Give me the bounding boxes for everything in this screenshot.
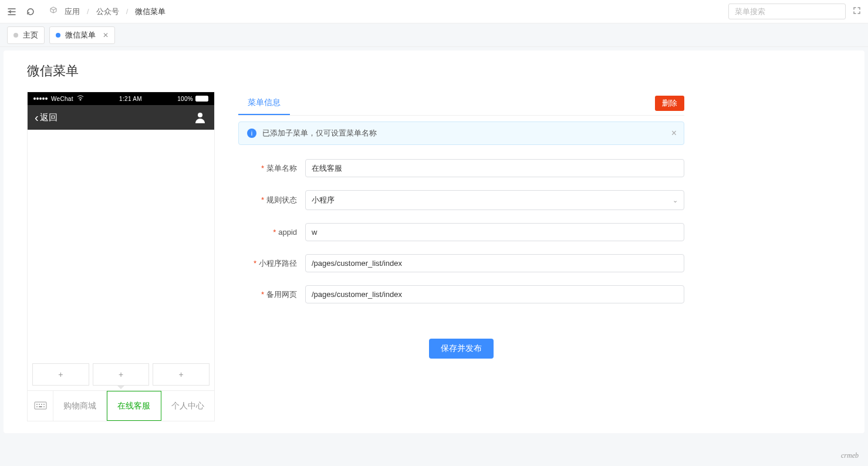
add-submenu-2[interactable]: + bbox=[93, 363, 150, 386]
tab-dot-icon bbox=[56, 33, 60, 38]
add-submenu-3[interactable]: + bbox=[153, 363, 210, 386]
time-label: 1:21 AM bbox=[119, 96, 142, 102]
phone-bottom-menu: 购物商城 在线客服 个人中心 bbox=[28, 390, 214, 421]
profile-icon[interactable] bbox=[193, 110, 207, 124]
form-tab[interactable]: 菜单信息 bbox=[238, 92, 290, 115]
menu-toggle-icon[interactable] bbox=[7, 7, 16, 16]
svg-point-5 bbox=[43, 404, 45, 405]
form-panel: 菜单信息 删除 i 已添加子菜单，仅可设置菜单名称 × *菜单名称 *规则状态 … bbox=[238, 92, 684, 421]
form-row-name: *菜单名称 bbox=[238, 159, 684, 177]
info-text: 已添加子菜单，仅可设置菜单名称 bbox=[262, 128, 377, 139]
submit-row: 保存并发布 bbox=[238, 339, 684, 359]
phone-preview: WeChat 1:21 AM 100% ‹ 返回 bbox=[27, 92, 215, 421]
carrier-label: WeChat bbox=[51, 96, 73, 102]
breadcrumb: 应用 / 公众号 / 微信菜单 bbox=[49, 6, 166, 17]
breadcrumb-item[interactable]: 公众号 bbox=[96, 6, 119, 17]
breadcrumb-current: 微信菜单 bbox=[135, 6, 166, 17]
input-appid[interactable] bbox=[305, 223, 684, 241]
close-icon[interactable]: × bbox=[671, 128, 677, 139]
svg-point-0 bbox=[198, 113, 202, 117]
tab-home[interactable]: 主页 bbox=[7, 26, 45, 44]
label-fallback: *备用网页 bbox=[238, 289, 297, 300]
back-button[interactable]: ‹ 返回 bbox=[35, 111, 58, 124]
save-publish-button[interactable]: 保存并发布 bbox=[429, 339, 494, 359]
form-row-path: *小程序路径 bbox=[238, 254, 684, 272]
svg-point-2 bbox=[36, 404, 38, 405]
app-header: 应用 / 公众号 / 微信菜单 bbox=[0, 0, 868, 23]
form-row-appid: *appid bbox=[238, 223, 684, 241]
tab-wechat-menu[interactable]: 微信菜单 ✕ bbox=[49, 26, 115, 44]
breadcrumb-item[interactable]: 应用 bbox=[65, 6, 80, 17]
battery-label: 100% bbox=[177, 96, 193, 102]
select-status[interactable]: 小程序 ⌄ bbox=[305, 190, 684, 210]
info-alert: i 已添加子菜单，仅可设置菜单名称 × bbox=[238, 121, 684, 145]
wifi-icon bbox=[77, 95, 84, 102]
keyboard-icon[interactable] bbox=[28, 391, 53, 421]
pointer-icon bbox=[117, 385, 125, 389]
delete-button[interactable]: 删除 bbox=[655, 96, 684, 111]
svg-point-4 bbox=[41, 404, 42, 405]
input-path[interactable] bbox=[305, 254, 684, 272]
fullscreen-icon[interactable] bbox=[853, 6, 861, 16]
back-label: 返回 bbox=[40, 112, 58, 123]
tab-label: 主页 bbox=[23, 30, 38, 40]
page-container: 微信菜单 WeChat 1:21 AM 100% bbox=[4, 50, 864, 433]
form-row-fallback: *备用网页 bbox=[238, 285, 684, 303]
refresh-icon[interactable] bbox=[26, 7, 35, 16]
add-submenu-1[interactable]: + bbox=[32, 363, 89, 386]
cube-icon bbox=[49, 6, 58, 16]
battery-icon bbox=[195, 96, 208, 102]
label-path: *小程序路径 bbox=[238, 258, 297, 269]
label-name: *菜单名称 bbox=[238, 163, 297, 174]
menu-item-profile[interactable]: 个人中心 bbox=[161, 391, 214, 421]
input-fallback[interactable] bbox=[305, 285, 684, 303]
svg-point-6 bbox=[36, 406, 38, 407]
tab-label: 微信菜单 bbox=[65, 30, 96, 40]
main-content: WeChat 1:21 AM 100% ‹ 返回 bbox=[27, 92, 841, 421]
info-icon: i bbox=[247, 129, 256, 138]
svg-point-7 bbox=[43, 406, 45, 407]
header-icons bbox=[7, 7, 35, 16]
phone-screen bbox=[28, 130, 214, 359]
sub-menu-panel: + + + bbox=[28, 359, 214, 390]
menu-item-shop[interactable]: 购物商城 bbox=[53, 391, 107, 421]
chevron-down-icon: ⌄ bbox=[673, 197, 678, 204]
signal-icon bbox=[33, 97, 48, 100]
search-input[interactable] bbox=[728, 4, 846, 19]
status-right: 100% bbox=[177, 96, 208, 102]
tab-dot-icon bbox=[13, 33, 18, 38]
input-name[interactable] bbox=[305, 159, 684, 177]
close-icon[interactable]: ✕ bbox=[103, 31, 109, 39]
svg-rect-1 bbox=[35, 402, 46, 409]
form-header: 菜单信息 删除 bbox=[238, 92, 684, 116]
phone-nav: ‹ 返回 bbox=[28, 105, 214, 130]
breadcrumb-separator: / bbox=[126, 7, 129, 16]
chevron-left-icon: ‹ bbox=[35, 111, 39, 124]
tabs-bar: 主页 微信菜单 ✕ bbox=[0, 23, 868, 47]
label-status: *规则状态 bbox=[238, 195, 297, 205]
select-value: 小程序 bbox=[312, 195, 335, 205]
status-left: WeChat bbox=[33, 95, 84, 102]
menu-item-service[interactable]: 在线客服 bbox=[107, 391, 161, 421]
breadcrumb-separator: / bbox=[87, 7, 89, 16]
label-appid: *appid bbox=[238, 228, 297, 237]
svg-point-3 bbox=[39, 404, 40, 405]
svg-rect-8 bbox=[39, 406, 42, 407]
page-title: 微信菜单 bbox=[27, 62, 841, 80]
form-row-status: *规则状态 小程序 ⌄ bbox=[238, 190, 684, 210]
phone-status-bar: WeChat 1:21 AM 100% bbox=[28, 92, 214, 105]
